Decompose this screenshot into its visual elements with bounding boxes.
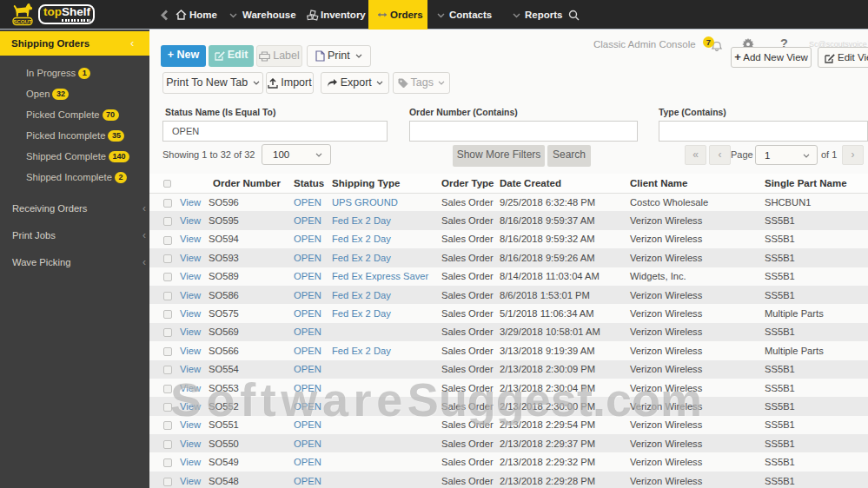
svg-text:SCOUT: SCOUT bbox=[13, 18, 32, 24]
